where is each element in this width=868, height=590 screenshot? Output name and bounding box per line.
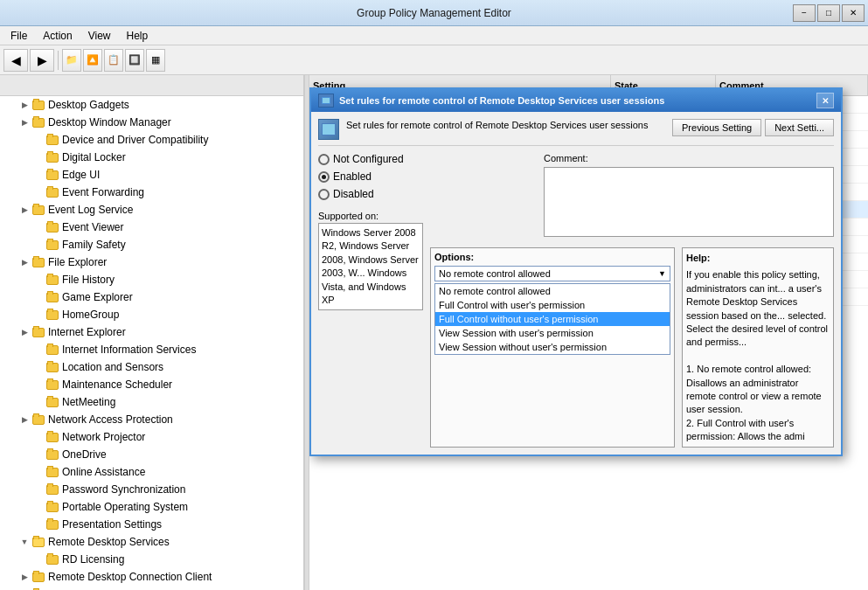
tree-content[interactable]: ▶ Desktop Gadgets ▶ Desktop Window Manag… <box>0 96 303 590</box>
expand-icon[interactable]: ▶ <box>17 570 31 584</box>
tree-item-rdcc[interactable]: ▶ Remote Desktop Connection Client <box>0 568 303 586</box>
minimize-button[interactable]: − <box>793 4 816 22</box>
modal-body: Set rules for remote control of Remote D… <box>311 112 841 455</box>
toolbar-btn-2[interactable]: 🔼 <box>83 49 102 72</box>
tree-label: Remote Desktop Services <box>48 536 170 548</box>
options-title: Options: <box>434 252 670 262</box>
tree-item-presentation[interactable]: ▶ Presentation Settings <box>0 516 303 533</box>
tree-item-maintenance[interactable]: ▶ Maintenance Scheduler <box>0 376 303 393</box>
tree-item-netmeeting[interactable]: ▶ NetMeeting <box>0 393 303 411</box>
tree-item-password-sync[interactable]: ▶ Password Synchronization <box>0 481 303 498</box>
tree-label: Internet Explorer <box>48 326 126 338</box>
menu-view[interactable]: View <box>81 28 118 44</box>
dropdown-option-4[interactable]: View Session without user's permission <box>435 340 670 354</box>
tree-item-digital-locker[interactable]: ▶ Digital Locker <box>0 149 303 166</box>
tree-label: Network Projector <box>62 431 145 443</box>
dropdown-option-2[interactable]: Full Control without user's permission <box>435 312 670 326</box>
menu-action[interactable]: Action <box>36 28 79 44</box>
modal-main: Not Configured Enabled Disabled <box>318 153 834 448</box>
tree-item-event-forwarding[interactable]: ▶ Event Forwarding <box>0 184 303 201</box>
tree-item-family-safety[interactable]: ▶ Family Safety <box>0 236 303 253</box>
tree-label: Desktop Gadgets <box>48 99 129 111</box>
tree-item-network-projector[interactable]: ▶ Network Projector <box>0 428 303 446</box>
toolbar-btn-1[interactable]: 📁 <box>62 49 81 72</box>
help-box: Help: If you enable this policy setting,… <box>682 247 834 448</box>
toolbar-btn-4[interactable]: 🔲 <box>125 49 144 72</box>
folder-icon <box>45 273 59 287</box>
folder-icon <box>45 185 59 199</box>
folder-icon <box>45 517 59 531</box>
menu-help[interactable]: Help <box>120 28 156 44</box>
modal-close-button[interactable]: ✕ <box>816 93 834 108</box>
toolbar-btn-5[interactable]: ▦ <box>146 49 165 72</box>
tree-item-onedrive[interactable]: ▶ OneDrive <box>0 446 303 463</box>
tree-item-device-driver[interactable]: ▶ Device and Driver Compatibility <box>0 131 303 149</box>
dropdown-field[interactable]: No remote control allowed ▼ <box>434 266 670 281</box>
menu-file[interactable]: File <box>3 28 34 44</box>
tree-item-game-explorer[interactable]: ▶ Game Explorer <box>0 288 303 306</box>
radio-disabled[interactable]: Disabled <box>318 188 423 200</box>
nav-buttons: Previous Setting Next Setti... <box>672 119 834 136</box>
window-title: Group Policy Management Editor <box>357 7 511 19</box>
tree-item-rd-licensing[interactable]: ▶ RD Licensing <box>0 551 303 568</box>
tree-item-online-assistance[interactable]: ▶ Online Assistance <box>0 463 303 481</box>
tree-item-edge-ui[interactable]: ▶ Edge UI <box>0 166 303 184</box>
tree-item-internet-explorer[interactable]: ▶ Internet Explorer <box>0 323 303 341</box>
tree-item-event-viewer[interactable]: ▶ Event Viewer <box>0 219 303 236</box>
radio-not-configured[interactable]: Not Configured <box>318 153 423 165</box>
tree-item-rds[interactable]: ▼ Remote Desktop Services <box>0 533 303 551</box>
close-button[interactable]: ✕ <box>842 4 865 22</box>
folder-icon <box>31 325 45 339</box>
tree-item-file-history[interactable]: ▶ File History <box>0 271 303 288</box>
back-button[interactable]: ◀ <box>3 49 28 72</box>
tree-item-nap[interactable]: ▶ Network Access Protection <box>0 411 303 428</box>
folder-icon <box>45 465 59 479</box>
radio-enabled[interactable]: Enabled <box>318 170 423 183</box>
tree-item-iis[interactable]: ▶ Internet Information Services <box>0 341 303 358</box>
tree-item-portable-os[interactable]: ▶ Portable Operating System <box>0 498 303 516</box>
radio-btn-not-configured[interactable] <box>318 154 330 165</box>
title-controls: − □ ✕ <box>793 4 865 22</box>
folder-icon <box>45 133 59 147</box>
dropdown-option-0[interactable]: No remote control allowed <box>435 284 670 298</box>
folder-icon <box>45 378 59 392</box>
folder-icon <box>45 308 59 322</box>
folder-icon <box>45 168 59 182</box>
prev-setting-button[interactable]: Previous Setting <box>672 119 761 136</box>
dropdown-arrow-icon: ▼ <box>658 269 666 278</box>
expand-icon[interactable]: ▶ <box>17 325 31 339</box>
dropdown-option-3[interactable]: View Session with user's permission <box>435 326 670 340</box>
policy-icon <box>318 119 339 140</box>
tree-label: OneDrive <box>62 448 107 461</box>
expand-icon[interactable]: ▶ <box>17 98 31 112</box>
modal-controls: ✕ <box>816 93 834 108</box>
options-help-section: Options: No remote control allowed ▼ <box>430 247 834 448</box>
expand-icon[interactable]: ▶ <box>17 413 31 427</box>
expand-icon[interactable]: ▶ <box>17 255 31 269</box>
forward-button[interactable]: ▶ <box>30 49 54 72</box>
tree-item-desktop-window-manager[interactable]: ▶ Desktop Window Manager <box>0 114 303 131</box>
tree-item-event-log[interactable]: ▶ Event Log Service <box>0 201 303 219</box>
tree-item-homegroup[interactable]: ▶ HomeGroup <box>0 306 303 323</box>
folder-icon <box>45 430 59 444</box>
tree-item-desktop-gadgets[interactable]: ▶ Desktop Gadgets <box>0 96 303 114</box>
next-setting-button[interactable]: Next Setti... <box>765 119 834 136</box>
dropdown-option-1[interactable]: Full Control with user's permission <box>435 298 670 312</box>
tree-header <box>0 75 303 96</box>
comment-textarea[interactable] <box>544 167 834 237</box>
tree-label: Edge UI <box>62 169 100 181</box>
expand-icon[interactable]: ▼ <box>17 535 31 549</box>
radio-btn-disabled[interactable] <box>318 189 330 200</box>
expand-icon[interactable]: ▶ <box>17 115 31 129</box>
policy-dialog[interactable]: Set rules for remote control of Remote D… <box>309 87 843 456</box>
dropdown-list[interactable]: No remote control allowed Full Control w… <box>434 283 670 355</box>
tree-item-location-sensors[interactable]: ▶ Location and Sensors <box>0 358 303 376</box>
tree-item-file-explorer[interactable]: ▶ File Explorer <box>0 253 303 271</box>
tree-item-rdsh[interactable]: ▼ Remote Desktop Session Host <box>0 586 303 590</box>
radio-btn-enabled[interactable] <box>318 171 330 183</box>
maximize-button[interactable]: □ <box>817 4 840 22</box>
tree-label: Location and Sensors <box>62 361 163 373</box>
dropdown-container: No remote control allowed ▼ No remote co… <box>434 266 670 355</box>
toolbar-btn-3[interactable]: 📋 <box>104 49 123 72</box>
expand-icon[interactable]: ▶ <box>17 203 31 217</box>
